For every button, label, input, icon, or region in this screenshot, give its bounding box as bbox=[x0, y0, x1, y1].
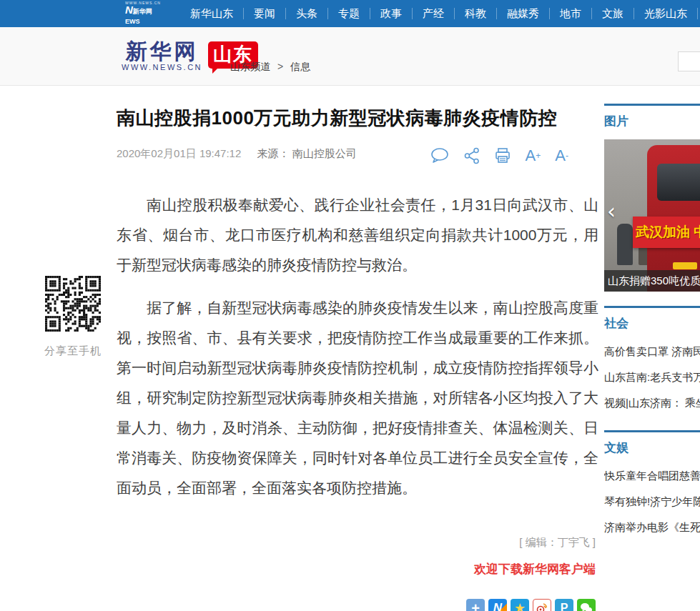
share-bar: + N ★ P bbox=[117, 599, 598, 611]
society-link-3[interactable]: 视频|山东济南： 乘坐公 bbox=[604, 390, 700, 416]
section-divider bbox=[604, 306, 700, 308]
nav-item-yaowen[interactable]: 要闻 bbox=[243, 8, 285, 19]
search-input[interactable] bbox=[678, 51, 700, 71]
logo-n: N bbox=[125, 4, 133, 16]
society-link-2[interactable]: 山东莒南:老兵支书万元 bbox=[604, 364, 700, 390]
xinhua-news-logo[interactable]: WWW.NEWS.CN N新华网 EWS bbox=[125, 1, 184, 26]
sidebar-section-society: 社会 高价售卖口罩 济南民生 山东莒南:老兵支书万元 视频|山东济南： 乘坐公 bbox=[604, 306, 700, 416]
article-body: 南山控股积极奉献爱心、践行企业社会责任，1月31日向武汉市、山东省、烟台市、龙口… bbox=[117, 190, 598, 503]
ent-link-3[interactable]: 济南举办电影《生死30 bbox=[604, 515, 700, 540]
brand-cn-text: 新华网 bbox=[122, 40, 202, 63]
nav-item-wenlv[interactable]: 文旅 bbox=[591, 8, 634, 19]
photo-banner: 武汉加油 中国加油 bbox=[633, 217, 700, 248]
site-header: 新华网 WWW.NEWS.CN 山东 山东频道 > 信息 bbox=[0, 27, 700, 86]
sina-weibo-icon[interactable] bbox=[533, 599, 551, 611]
app-download-promo[interactable]: 欢迎下载新华网客户端 bbox=[117, 561, 598, 577]
section-divider bbox=[604, 430, 700, 432]
section-divider bbox=[604, 104, 700, 106]
nav-item-zhuanti[interactable]: 专题 bbox=[327, 8, 370, 19]
nav-item-dishi[interactable]: 地市 bbox=[549, 8, 591, 19]
print-icon[interactable] bbox=[494, 147, 511, 164]
qr-share-block: 分享至手机 bbox=[43, 276, 103, 358]
sidebar-section-entertainment: 文娱 快乐童年合唱团慈善音 琴有独钟!济宁少年陈坤 济南举办电影《生死30 bbox=[604, 430, 700, 540]
qzone-icon[interactable]: ★ bbox=[511, 599, 529, 611]
article-toolbar: A+ A- bbox=[430, 147, 568, 164]
source-value: 南山控股公司 bbox=[292, 147, 357, 159]
nav-item-guangying-shandong[interactable]: 光影山东 bbox=[634, 8, 697, 19]
nav-menu: 新华山东 要闻 头条 专题 政事 产经 科教 融媒秀 地市 文旅 光影山东 山东… bbox=[180, 0, 700, 27]
section-title-society[interactable]: 社会 bbox=[604, 315, 700, 332]
society-link-1[interactable]: 高价售卖口罩 济南民生 bbox=[604, 339, 700, 364]
comment-icon[interactable] bbox=[430, 147, 450, 164]
xinhua-app-icon[interactable]: N bbox=[488, 599, 507, 611]
photo-caption[interactable]: 山东捐赠350吨优质蔬 bbox=[604, 270, 700, 292]
photo-license-plate bbox=[673, 262, 697, 269]
share-icon[interactable] bbox=[464, 147, 480, 164]
font-decrease-button[interactable]: A- bbox=[555, 148, 568, 164]
sidebar-photo-truck[interactable]: 武汉加油 中国加油 ‹ 山东捐赠350吨优质蔬 bbox=[604, 139, 700, 292]
ent-link-2[interactable]: 琴有独钟!济宁少年陈坤 bbox=[604, 489, 700, 515]
nav-item-shandong-baike[interactable]: 山东话百科 bbox=[697, 8, 700, 19]
photo-person bbox=[617, 224, 633, 265]
breadcrumb: 山东频道 > 信息 bbox=[230, 61, 310, 74]
editor-credit: [ 编辑：丁宇飞 ] bbox=[117, 536, 598, 550]
qr-share-label: 分享至手机 bbox=[43, 344, 103, 358]
sidebar: 图片 武汉加油 中国加油 ‹ 山东捐赠350吨优质蔬 社会 高价售卖口罩 济南民… bbox=[604, 104, 700, 555]
publish-datetime: 2020年02月01日 19:47:12 bbox=[117, 147, 241, 159]
wechat-icon[interactable] bbox=[577, 599, 596, 611]
sidebar-section-pictures: 图片 武汉加油 中国加油 ‹ 山东捐赠350吨优质蔬 bbox=[604, 104, 700, 292]
top-navbar: WWW.NEWS.CN N新华网 EWS 新华山东 要闻 头条 专题 政事 产经… bbox=[0, 0, 700, 27]
nav-item-chanjing[interactable]: 产经 bbox=[412, 8, 454, 19]
nav-item-toutiao[interactable]: 头条 bbox=[285, 8, 327, 19]
source-label: 来源： bbox=[257, 147, 289, 159]
section-title-pictures[interactable]: 图片 bbox=[604, 113, 700, 129]
ent-link-1[interactable]: 快乐童年合唱团慈善音 bbox=[604, 463, 700, 489]
section-title-entertainment[interactable]: 文娱 bbox=[604, 439, 700, 456]
qr-code bbox=[45, 276, 101, 332]
brand-url-text: WWW.NEWS.CN bbox=[122, 63, 202, 72]
carousel-prev-icon[interactable]: ‹ bbox=[607, 201, 616, 222]
logo-url-text: WWW.NEWS.CN bbox=[125, 1, 184, 5]
article-meta: 2020年02月01日 19:47:12 来源： 南山控股公司 A+ A- bbox=[117, 147, 598, 170]
breadcrumb-separator: > bbox=[277, 61, 283, 72]
nav-item-kejiao[interactable]: 科教 bbox=[454, 8, 496, 19]
nav-item-rongmeixiu[interactable]: 融媒秀 bbox=[496, 8, 549, 19]
font-increase-button[interactable]: A+ bbox=[526, 148, 541, 164]
breadcrumb-current: 信息 bbox=[290, 61, 310, 72]
tencent-weibo-icon[interactable]: P bbox=[555, 599, 573, 611]
article-main: 南山控股捐1000万元助力新型冠状病毒肺炎疫情防控 2020年02月01日 19… bbox=[117, 106, 598, 611]
photo-truck-windshield bbox=[657, 164, 700, 201]
breadcrumb-channel-link[interactable]: 山东频道 bbox=[230, 61, 270, 72]
nav-item-zhengshi[interactable]: 政事 bbox=[370, 8, 412, 19]
paragraph-1: 南山控股积极奉献爱心、践行企业社会责任，1月31日向武汉市、山东省、烟台市、龙口… bbox=[117, 190, 598, 280]
paragraph-2: 据了解，自新型冠状病毒感染的肺炎疫情发生以来，南山控股高度重视，按照省、市、县有… bbox=[117, 293, 598, 503]
logo-cn: 新华网 bbox=[133, 8, 152, 15]
nav-item-xinhua-shandong[interactable]: 新华山东 bbox=[180, 8, 243, 19]
share-more-icon[interactable]: + bbox=[466, 599, 485, 611]
article-title: 南山控股捐1000万元助力新型冠状病毒肺炎疫情防控 bbox=[117, 106, 598, 130]
logo-ews: EWS bbox=[125, 16, 184, 26]
